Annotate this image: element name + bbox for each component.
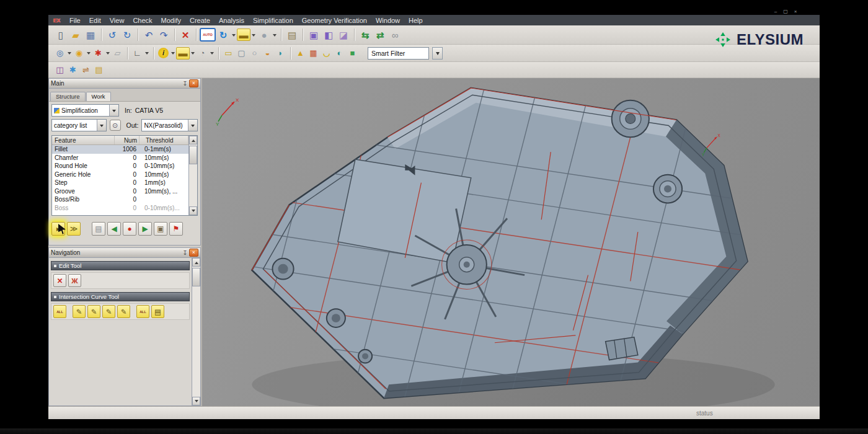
mesh-check-icon[interactable]: ▦ [307, 46, 320, 60]
close-button[interactable]: × [792, 9, 799, 14]
intersect-all-curves-icon[interactable]: ALL [136, 305, 149, 318]
table-row-boss[interactable]: Boss 0 0-10mm(s)... [52, 204, 188, 213]
auto-check-icon[interactable]: AUTO [200, 28, 216, 42]
menu-modify[interactable]: Modify [157, 17, 185, 24]
marker-icon[interactable]: ✱ [92, 46, 105, 60]
probe-dropdown[interactable] [86, 46, 92, 60]
category-options-button[interactable]: ⊙ [110, 120, 121, 131]
sync-models-icon[interactable]: ⇆ [358, 27, 373, 42]
header-threshold[interactable]: Threshold [140, 136, 188, 144]
table-row-groove[interactable]: Groove 0 10mm(s), ... [52, 187, 188, 196]
pin-icon[interactable]: ↧ [181, 249, 189, 256]
prev-button[interactable]: ◀ [107, 222, 121, 236]
smart-filter-combo[interactable]: Smart Filter [368, 47, 429, 60]
model-copy-icon[interactable]: ▣ [306, 27, 321, 42]
pin-icon[interactable]: ↧ [181, 80, 189, 87]
menu-create[interactable]: Create [185, 17, 215, 24]
menu-simplification[interactable]: Simplification [249, 17, 298, 24]
thickness-icon[interactable]: ◗ [274, 46, 287, 60]
out-format-arrow[interactable] [188, 120, 197, 131]
table-row-fillet[interactable]: Fillet 1006 0-1mm(s) [52, 145, 188, 154]
layers-icon[interactable]: ▤ [92, 63, 105, 76]
scroll-up-icon[interactable] [192, 258, 200, 267]
axis-mode-dropdown[interactable] [144, 46, 150, 60]
panel-close-icon[interactable]: × [189, 249, 198, 257]
scroll-thumb[interactable] [192, 268, 200, 286]
scroll-thumb[interactable] [189, 146, 197, 164]
curvature-icon[interactable]: ◡ [320, 46, 333, 60]
scroll-up-icon[interactable] [189, 136, 197, 144]
maximize-button[interactable]: ▢ [782, 9, 789, 14]
table-row-chamfer[interactable]: Chamfer 0 10mm(s) [52, 154, 188, 162]
open-icon[interactable]: ▰ [68, 27, 83, 42]
table-row-round-hole[interactable]: Round Hole 0 0-10mm(s) [52, 162, 188, 170]
compare-solids-icon[interactable]: ■ [346, 46, 359, 60]
new-document-icon[interactable]: ▯ [53, 27, 68, 42]
eraser-icon[interactable]: ▱ [111, 46, 124, 60]
intersect-face-icon[interactable]: ✎ [87, 305, 100, 318]
smart-filter-dropdown[interactable] [432, 47, 443, 60]
table-row-step[interactable]: Step 0 1mm(s) [52, 179, 188, 187]
remove-feature-icon[interactable]: ▬ [176, 47, 190, 60]
refresh-view-icon[interactable]: ↻ [216, 27, 231, 42]
category-select-arrow[interactable] [97, 120, 106, 131]
remove-feature-dropdown[interactable] [190, 46, 196, 60]
align-icon[interactable]: ⇌ [79, 63, 92, 76]
intersect-region-icon[interactable]: ✎ [117, 305, 130, 318]
header-feature[interactable]: Feature [52, 136, 115, 144]
tab-work[interactable]: Work [86, 92, 111, 101]
menu-edit[interactable]: Edit [85, 17, 105, 24]
transfer-icon[interactable]: ⇄ [373, 27, 388, 42]
scroll-down-icon[interactable] [189, 206, 197, 215]
menu-view[interactable]: View [105, 17, 129, 24]
panel-close-icon[interactable]: × [189, 79, 198, 87]
redo-icon[interactable]: ↷ [156, 27, 171, 42]
mode-select-arrow[interactable] [109, 105, 118, 116]
info-icon[interactable]: i [158, 48, 169, 58]
timer-dropdown[interactable] [209, 46, 215, 60]
model-paste-icon[interactable]: ◧ [321, 27, 336, 42]
out-format-select[interactable]: NX(Parasolid) [141, 119, 198, 131]
scroll-down-icon[interactable] [192, 397, 200, 405]
table-row-boss-rib[interactable]: Boss/Rib 0 [52, 195, 188, 204]
draft-check-icon[interactable]: ▲ [294, 46, 307, 60]
viewport-3d[interactable]: X Y X Y [202, 78, 820, 406]
clip-plane-icon[interactable]: ◫ [53, 63, 66, 76]
section-edit-tool[interactable]: Edit Tool [51, 261, 190, 270]
axis-mode-icon[interactable]: ∟ [131, 46, 144, 60]
timer-icon[interactable]: ◔ [196, 46, 209, 60]
highlight-style-dropdown[interactable] [250, 28, 257, 42]
section-icon[interactable]: ◒ [261, 46, 274, 60]
menu-file[interactable]: File [65, 17, 85, 24]
delete-tool-icon[interactable]: ✕ [53, 274, 66, 287]
category-select[interactable]: category list [51, 119, 107, 131]
record-button[interactable]: ● [123, 222, 136, 236]
next-button[interactable]: ▶ [138, 222, 152, 236]
reload-icon[interactable]: ↻ [120, 27, 135, 42]
marker-dropdown[interactable] [105, 46, 111, 60]
render-mode-icon[interactable]: ● [257, 27, 272, 42]
delete-icon[interactable]: ✕ [178, 27, 193, 42]
menu-help[interactable]: Help [404, 17, 427, 24]
intersect-all-icon[interactable]: ALL [53, 305, 66, 318]
flag-button[interactable]: ⚑ [169, 222, 183, 236]
intersect-pair-icon[interactable]: ✎ [102, 305, 115, 318]
list-button[interactable]: ▤ [92, 222, 105, 236]
render-mode-dropdown[interactable] [272, 28, 278, 42]
preview-dropdown[interactable] [66, 46, 73, 60]
repair-tool-icon[interactable]: Ж [68, 274, 81, 287]
menu-analysis[interactable]: Analysis [215, 17, 249, 24]
report-icon[interactable]: ▤ [285, 27, 299, 42]
revert-icon[interactable]: ↺ [105, 27, 120, 42]
highlight-style-icon[interactable]: ▬ [237, 29, 250, 41]
refresh-view-dropdown[interactable] [231, 28, 237, 42]
undo-icon[interactable]: ↶ [141, 27, 156, 42]
menu-window[interactable]: Window [371, 17, 404, 24]
stamp-icon[interactable]: ◪ [336, 27, 351, 42]
info-dropdown[interactable] [170, 46, 176, 60]
header-num[interactable]: Num [115, 136, 140, 144]
explode-icon[interactable]: ✱ [66, 63, 79, 76]
minimize-button[interactable]: – [773, 9, 779, 14]
link-icon[interactable]: ∞ [388, 27, 402, 42]
save-icon[interactable]: ▦ [83, 27, 98, 42]
